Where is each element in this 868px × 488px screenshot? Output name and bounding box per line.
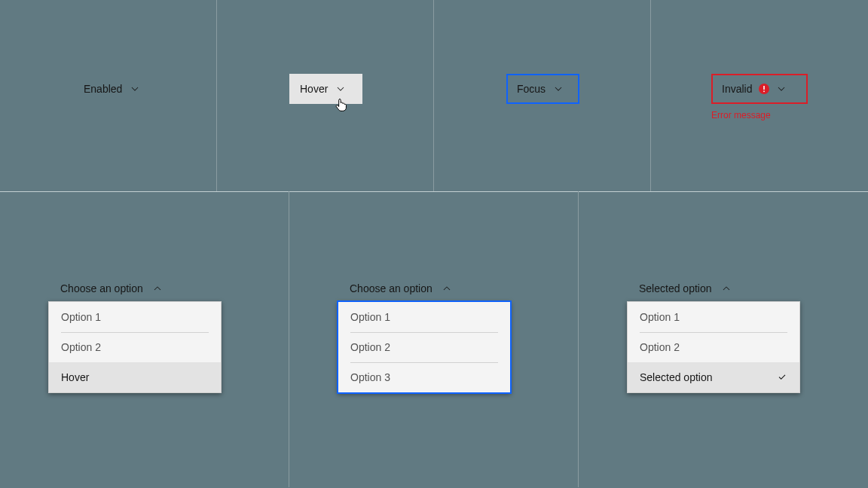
dropdown-enabled[interactable]: Enabled [73,74,151,104]
warning-icon [758,83,770,95]
svg-rect-2 [764,91,766,93]
chevron-down-icon [335,84,346,94]
menu-option-selected[interactable]: Selected option [628,362,799,392]
chevron-down-icon [130,84,140,94]
dropdown-hover[interactable]: Hover [289,74,362,104]
chevron-up-icon [442,283,452,294]
menu-option[interactable]: Option 1 [628,302,799,332]
dropdown-open-focus[interactable]: Choose an option [350,281,452,296]
chevron-up-icon [721,283,732,294]
menu-option[interactable]: Option 3 [338,362,510,392]
pointer-cursor-icon [334,96,349,113]
dropdown-menu-focus: Option 1 Option 2 Option 3 [338,301,511,393]
menu-option-label: Option 1 [61,311,101,323]
chevron-down-icon [776,84,787,94]
menu-option-label: Option 2 [61,341,101,353]
dropdown-label: Enabled [84,83,122,95]
dropdown-open-selected[interactable]: Selected option [639,281,732,296]
dropdown-menu: Option 1 Option 2 Selected option [627,301,800,393]
chevron-up-icon [152,283,163,294]
menu-option[interactable]: Option 2 [49,332,221,362]
menu-option-label: Option 1 [350,311,390,323]
menu-option-label: Hover [61,371,89,383]
dropdown-label: Focus [517,83,546,95]
svg-rect-1 [764,86,766,90]
menu-option-hover[interactable]: Hover [49,362,221,392]
dropdown-menu: Option 1 Option 2 Hover [48,301,222,393]
dropdown-label: Hover [300,83,328,95]
menu-option[interactable]: Option 1 [49,302,221,332]
dropdown-label: Selected option [639,282,712,294]
dropdown-focus[interactable]: Focus [506,74,579,104]
chevron-down-icon [553,84,564,94]
menu-option[interactable]: Option 2 [338,332,510,362]
menu-option-label: Selected option [640,371,713,383]
dropdown-label: Choose an option [60,282,143,294]
dropdown-label: Choose an option [350,282,432,294]
menu-option[interactable]: Option 1 [338,302,510,332]
menu-option-label: Option 1 [640,311,680,323]
menu-option-label: Option 2 [640,341,680,353]
dropdown-label: Invalid [722,83,752,95]
dropdown-invalid[interactable]: Invalid [711,74,808,104]
dropdown-open-hover[interactable]: Choose an option [60,281,163,296]
error-message: Error message [711,110,771,120]
menu-option-label: Option 3 [350,371,390,383]
menu-option[interactable]: Option 2 [628,332,799,362]
checkmark-icon [777,372,787,383]
menu-option-label: Option 2 [350,341,390,353]
